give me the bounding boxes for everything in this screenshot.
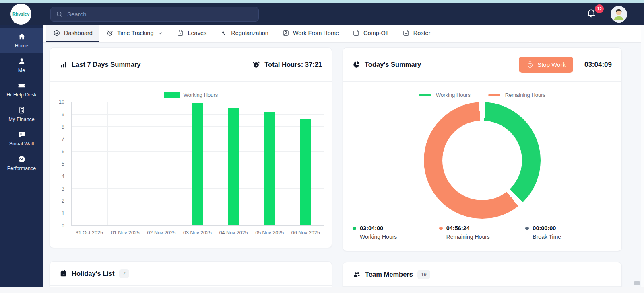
search-input[interactable] — [67, 11, 254, 18]
stat-label: Working Hours — [353, 234, 439, 240]
card-title: Holiday's List — [72, 270, 115, 277]
card-header: Last 7 Days Summary Total Hours: 37:21 — [50, 48, 332, 82]
chat-icon — [18, 131, 26, 139]
y-tick-label: 2 — [50, 198, 64, 204]
stat-break-time: 00:00:00 Break Time — [525, 225, 612, 240]
tab-roster[interactable]: Roster — [396, 25, 438, 42]
plot-area — [71, 102, 324, 226]
legend-label: Working Hours — [436, 92, 471, 98]
bar-chart-icon — [60, 61, 67, 68]
x-tick-label: 01 Nov 2025 — [107, 230, 144, 236]
tab-label: Work From Home — [293, 30, 339, 36]
bar-06-nov-2025[interactable] — [300, 119, 311, 225]
today-stats-row: 03:04:00 Working Hours 04:56:24 Remainin… — [343, 225, 621, 240]
scrollbar-thumb[interactable] — [634, 281, 640, 285]
sidebar-item-label: Me — [2, 68, 41, 73]
y-tick-label: 3 — [50, 186, 64, 192]
x-tick-label: 05 Nov 2025 — [252, 230, 288, 236]
tab-label: Regularization — [231, 30, 268, 36]
stat-label: Remaining Hours — [439, 234, 526, 240]
card-header: Today's Summary Stop Work 03:04:09 — [343, 48, 621, 82]
legend-swatch — [488, 94, 500, 96]
module-tabbar: Dashboard Time Tracking Leaves Regulariz… — [43, 25, 644, 43]
stop-work-button[interactable]: Stop Work — [519, 57, 573, 73]
notifications-button[interactable]: 12 — [586, 7, 600, 21]
donut-hole — [442, 121, 522, 200]
work-timer: 03:04:09 — [584, 61, 612, 69]
card-title: Today's Summary — [365, 61, 421, 68]
tab-dashboard[interactable]: Dashboard — [46, 25, 99, 42]
tab-time-tracking[interactable]: Time Tracking — [99, 25, 170, 42]
sidebar-item-label: Hr Help Desk — [2, 92, 41, 98]
legend-label: Working Hours — [184, 92, 218, 98]
tab-label: Leaves — [188, 30, 206, 36]
gridline — [252, 102, 252, 225]
sidebar-item-performance[interactable]: Performance — [0, 151, 43, 175]
team-count-badge: 19 — [417, 270, 430, 279]
stat-value: 03:04:00 — [360, 225, 383, 232]
bar-chart-legend: Working Hours — [50, 92, 332, 98]
top-navbar: Rhysley 12 — [0, 3, 644, 25]
vertical-scrollbar[interactable] — [641, 25, 644, 293]
gridline — [107, 102, 108, 225]
search-bar — [50, 7, 259, 22]
working-hours-bar-chart: 012345678910 31 Oct 202501 Nov 202502 No… — [50, 102, 332, 226]
legend-label: Remaining Hours — [505, 92, 545, 98]
y-tick-label: 9 — [50, 112, 64, 117]
stat-working-hours: 03:04:00 Working Hours — [353, 225, 439, 240]
gridline — [72, 102, 324, 102]
x-tick-label: 31 Oct 2025 — [71, 230, 107, 236]
bar-04-nov-2025[interactable] — [228, 108, 239, 225]
alarm-clock-icon — [106, 29, 114, 37]
bar-03-nov-2025[interactable] — [192, 103, 203, 225]
user-avatar[interactable] — [611, 6, 627, 23]
gridline — [180, 102, 180, 225]
tab-comp-off[interactable]: Comp-Off — [346, 25, 396, 42]
sidebar-item-home[interactable]: Home — [0, 28, 43, 53]
y-tick-label: 8 — [50, 124, 64, 130]
stat-remaining-hours: 04:56:24 Remaining Hours — [439, 225, 526, 240]
x-tick-label: 04 Nov 2025 — [215, 230, 252, 236]
sidebar-item-me[interactable]: Me — [0, 53, 43, 77]
dashboard-gauge-icon — [53, 29, 60, 37]
legend-item-working-hours[interactable]: Working Hours — [419, 92, 471, 98]
y-tick-label: 1 — [50, 211, 64, 216]
user-icon — [18, 57, 26, 65]
y-tick-label: 5 — [50, 161, 64, 167]
total-hours-text: Total Hours: 37:21 — [264, 61, 322, 68]
bar-05-nov-2025[interactable] — [264, 112, 275, 225]
x-tick-label: 02 Nov 2025 — [143, 230, 180, 236]
donut-legend: Working HoursRemaining Hours — [343, 92, 621, 98]
team-icon — [353, 270, 361, 278]
tab-label: Time Tracking — [117, 30, 154, 36]
x-tick-label: 03 Nov 2025 — [180, 230, 216, 236]
sidebar-nav: Home Me Hr Help Desk My Finance — [0, 25, 43, 287]
y-tick-label: 10 — [50, 99, 64, 105]
y-tick-label: 6 — [50, 149, 64, 154]
stat-value: 00:00:00 — [533, 225, 556, 232]
break-time-dot — [525, 227, 529, 230]
card-header: Holiday's List 7 — [50, 262, 332, 286]
sidebar-item-my-finance[interactable]: My Finance — [0, 102, 43, 126]
working-hours-dot — [353, 227, 356, 230]
legend-item-remaining-hours[interactable]: Remaining Hours — [488, 92, 545, 98]
card-header: Team Members 19 — [343, 262, 621, 287]
sidebar-item-social-wall[interactable]: Social Wall — [0, 126, 43, 151]
home-icon — [18, 33, 26, 41]
horizontal-scrollbar[interactable] — [0, 287, 644, 293]
avatar-illustration — [611, 6, 627, 23]
tab-regularization[interactable]: Regularization — [213, 25, 275, 42]
pie-chart-icon — [353, 61, 360, 68]
sidebar-item-label: Home — [2, 43, 41, 49]
legend-swatch — [164, 92, 180, 98]
tab-leaves[interactable]: Leaves — [170, 25, 213, 42]
tab-work-from-home[interactable]: Work From Home — [275, 25, 346, 42]
gauge-icon — [18, 155, 26, 163]
sidebar-item-hr-help-desk[interactable]: Hr Help Desk — [0, 77, 43, 102]
chevron-down-icon — [158, 31, 163, 36]
gridline — [216, 102, 216, 225]
brand-logo[interactable]: Rhysley — [10, 4, 31, 25]
x-axis-labels: 31 Oct 202501 Nov 202502 Nov 202503 Nov … — [71, 230, 324, 236]
calendar-x-icon — [177, 29, 184, 37]
gridline — [288, 102, 288, 225]
